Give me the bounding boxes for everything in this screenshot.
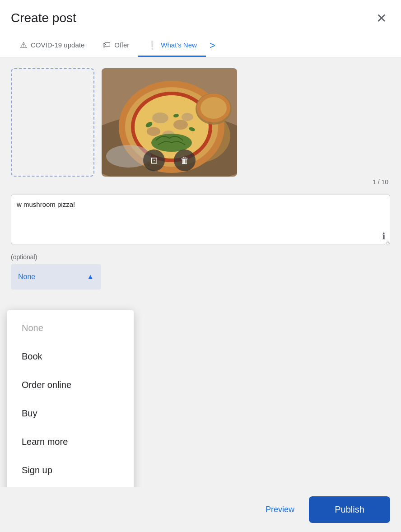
dialog-header: Create post ✕ ⚠ COVID-19 update 🏷 Offer … bbox=[0, 0, 401, 57]
dropdown-selected-value: None bbox=[18, 273, 35, 281]
upload-placeholder[interactable] bbox=[11, 68, 94, 177]
tab-covid-label: COVID-19 update bbox=[31, 41, 84, 49]
preview-button[interactable]: Preview bbox=[258, 499, 302, 520]
svg-point-11 bbox=[182, 113, 193, 121]
image-counter: 1 / 10 bbox=[102, 178, 390, 186]
tab-whats-new-label: What's New bbox=[161, 41, 197, 49]
tag-icon: 🏷 bbox=[103, 40, 111, 50]
post-text-input[interactable]: w mushroom pizza! bbox=[11, 195, 390, 244]
warning-icon: ⚠ bbox=[20, 40, 27, 50]
svg-point-10 bbox=[147, 127, 160, 136]
image-controls: ⊡ 🗑 bbox=[143, 149, 196, 171]
tab-offer[interactable]: 🏷 Offer bbox=[93, 35, 138, 56]
tab-covid[interactable]: ⚠ COVID-19 update bbox=[11, 35, 93, 57]
menu-item-order-online[interactable]: Order online bbox=[7, 371, 134, 399]
title-row: Create post ✕ bbox=[11, 9, 390, 34]
tab-whats-new[interactable]: ❕ What's New bbox=[138, 35, 206, 57]
post-image-container: ⊡ 🗑 bbox=[102, 68, 237, 177]
dialog-title: Create post bbox=[11, 11, 76, 25]
image-section: ⊡ 🗑 1 / 10 bbox=[11, 68, 390, 186]
close-button[interactable]: ✕ bbox=[372, 9, 390, 27]
crop-button[interactable]: ⊡ bbox=[143, 149, 165, 171]
menu-items-area: None Book Order online Buy Learn more Si… bbox=[7, 310, 134, 487]
menu-item-book[interactable]: Book bbox=[7, 342, 134, 371]
tabs-more-button[interactable]: > bbox=[206, 34, 219, 57]
dropdown-menu: None Book Order online Buy Learn more Si… bbox=[7, 310, 134, 487]
preview-label: Preview bbox=[266, 505, 294, 514]
menu-item-none[interactable]: None bbox=[7, 314, 134, 342]
trash-icon: 🗑 bbox=[180, 155, 189, 166]
menu-item-buy[interactable]: Buy bbox=[7, 399, 134, 428]
publish-button[interactable]: Publish bbox=[309, 496, 390, 523]
call-to-action-dropdown[interactable]: None ▲ bbox=[11, 264, 101, 289]
crop-icon: ⊡ bbox=[150, 155, 158, 166]
publish-label: Publish bbox=[335, 504, 364, 514]
dropdown-arrow-icon: ▲ bbox=[87, 273, 94, 281]
dialog-body: ⊡ 🗑 1 / 10 w mushroom pizza! ℹ (optional… bbox=[0, 57, 401, 487]
optional-label: (optional) bbox=[11, 253, 390, 261]
close-icon: ✕ bbox=[376, 11, 387, 26]
svg-point-7 bbox=[152, 112, 168, 123]
tabs-row: ⚠ COVID-19 update 🏷 Offer ❕ What's New > bbox=[11, 34, 390, 57]
delete-image-button[interactable]: 🗑 bbox=[174, 149, 196, 171]
chevron-right-icon: > bbox=[210, 40, 215, 51]
tab-offer-label: Offer bbox=[114, 41, 129, 49]
new-icon: ❕ bbox=[147, 40, 157, 50]
menu-item-sign-up[interactable]: Sign up bbox=[7, 456, 134, 485]
info-icon[interactable]: ℹ bbox=[382, 231, 386, 242]
dialog-footer: Preview Publish bbox=[0, 487, 401, 532]
text-area-wrapper: w mushroom pizza! ℹ bbox=[11, 195, 390, 246]
menu-item-learn-more[interactable]: Learn more bbox=[7, 428, 134, 456]
create-post-dialog: Create post ✕ ⚠ COVID-19 update 🏷 Offer … bbox=[0, 0, 401, 532]
svg-point-8 bbox=[173, 120, 188, 130]
right-section: ⊡ 🗑 1 / 10 bbox=[102, 68, 390, 186]
